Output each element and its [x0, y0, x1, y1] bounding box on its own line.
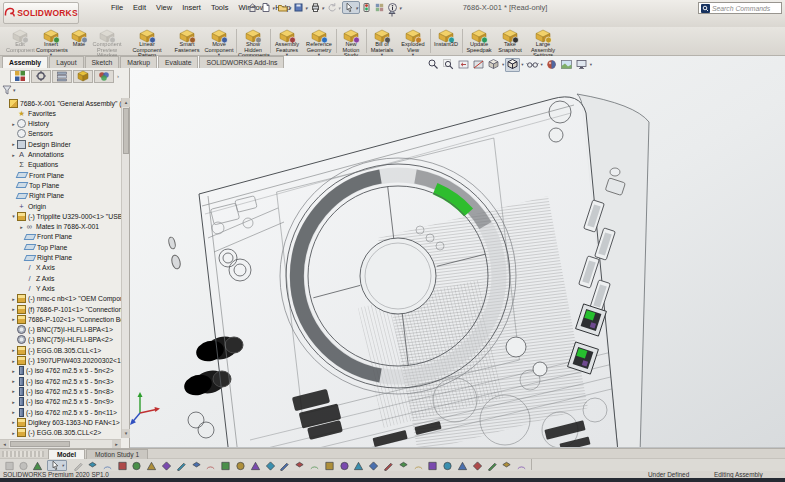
undo-button[interactable]: ▾ [325, 1, 342, 14]
tree-item-origin[interactable]: +Origin [10, 201, 46, 211]
search-commands-box[interactable]: Search Commands [698, 2, 782, 14]
panel-tabs-overflow-icon[interactable]: › [117, 73, 119, 79]
menu-tools[interactable]: Tools [206, 3, 234, 13]
offset-entities-button[interactable] [323, 460, 336, 471]
ribbon-button-take-snapshot[interactable]: TakeSnapshot [496, 28, 524, 55]
expand-arrow-icon[interactable]: ▸ [10, 121, 17, 127]
chamfer-button[interactable] [278, 460, 291, 471]
scroll-thumb[interactable] [123, 108, 129, 154]
ribbon-button-move-component[interactable]: MoveComponent▾ [204, 28, 234, 55]
panel-tab-configurationmanager[interactable] [52, 70, 72, 83]
smart-dimension-button[interactable] [101, 460, 114, 471]
graphics-viewport[interactable]: ▾▾▾▾ [130, 56, 785, 448]
ribbon-button-large-assembly-settings[interactable]: LargeAssemblySettings [526, 28, 560, 55]
zoom-to-fit-icon[interactable] [426, 58, 441, 72]
tree-item-sensors[interactable]: Sensors [10, 129, 53, 139]
scroll-thumb-h[interactable] [10, 441, 70, 447]
ribbon-button-mate[interactable]: Mate [68, 28, 90, 55]
fillet-button[interactable] [264, 460, 277, 471]
view-orientation-icon[interactable] [486, 58, 501, 72]
tree-vertical-scrollbar[interactable]: ▴ ▾ [121, 98, 129, 438]
dropdown-arrow-icon[interactable]: ▾ [541, 62, 543, 67]
expand-arrow-icon[interactable]: ▸ [10, 316, 17, 322]
tree-item-right-plane[interactable]: Right Plane [10, 191, 64, 201]
panel-tab-propertymanager[interactable] [31, 70, 51, 83]
open-button[interactable]: ▾ [276, 1, 293, 14]
quick-snaps-button[interactable] [500, 460, 513, 471]
ribbon-button-linear-component-pattern[interactable]: Linear ComponentPattern▾ [124, 28, 170, 55]
tab-sketch[interactable]: Sketch [85, 56, 120, 68]
print-button[interactable]: ▾ [309, 1, 326, 14]
zoom-to-area-icon[interactable] [441, 58, 456, 72]
filter-funnel-icon[interactable] [2, 81, 12, 99]
new-document-button[interactable]: ▾ [259, 1, 276, 14]
tree-item-bnc-75-i-hlfli-bpa-2[interactable]: (-) BNC(75)I-HLFLI-BPA<2> [10, 335, 113, 345]
ellipse-button[interactable] [219, 460, 232, 471]
tab-markup[interactable]: Markup [120, 56, 157, 68]
expand-arrow-icon[interactable]: ▸ [10, 358, 17, 364]
filter-wireframe-button[interactable] [17, 460, 30, 471]
tree-item-bnc-75-i-hlfli-bpa-1[interactable]: (-) BNC(75)I-HLFLI-BPA<1> [10, 325, 113, 335]
ribbon-button-assembly-features[interactable]: AssemblyFeatures▾ [272, 28, 302, 55]
tree-item-z-axis[interactable]: /Z Axis [18, 273, 55, 283]
rotate-entities-button[interactable] [426, 460, 439, 471]
fully-define-sketch-button[interactable] [471, 460, 484, 471]
filter-items-button[interactable] [31, 460, 44, 471]
tree-item-digikey-603-1363-nd-fan-1[interactable]: ▸Digikey 603-1363-ND FAN<1> [10, 417, 120, 427]
no-solve-move-button[interactable] [515, 460, 528, 471]
expand-arrow-icon[interactable]: ▸ [18, 224, 25, 230]
ribbon-button-new-motion-study[interactable]: NewMotionStudy [338, 28, 364, 55]
tree-item-history[interactable]: ▸History [10, 119, 49, 129]
model-tab-model[interactable]: Model [48, 449, 85, 459]
linear-sketch-pattern-button[interactable] [367, 460, 380, 471]
tree-item-iso-4762-m2-5-x-5-5n-8[interactable]: ▸(-) iso 4762 m2.5 x 5 - 5n<8> [10, 386, 114, 396]
section-view-icon[interactable] [471, 58, 486, 72]
display-relations-button[interactable] [441, 460, 454, 471]
edit-appearance-icon[interactable] [544, 58, 559, 72]
sketch-button[interactable] [86, 460, 99, 471]
mirror-entities-button[interactable] [352, 460, 365, 471]
point-button[interactable] [234, 460, 247, 471]
ribbon-button-insert-components[interactable]: InsertComponents▾ [36, 28, 66, 55]
tree-filter-row[interactable]: ▾ [2, 84, 120, 96]
spline-button[interactable] [204, 460, 217, 471]
tree-horizontal-scrollbar[interactable]: ◂ ▸ [0, 439, 121, 448]
tab-layout[interactable]: Layout [49, 56, 83, 68]
tree-item-equations[interactable]: ΣEquations [10, 160, 58, 170]
hide-show-items-icon[interactable] [525, 58, 540, 72]
scroll-down-icon[interactable]: ▾ [122, 429, 130, 438]
clipboard-button[interactable] [72, 460, 85, 471]
straight-slot-button[interactable] [190, 460, 203, 471]
display-style-icon[interactable] [505, 58, 520, 72]
ribbon-button-smart-fasteners[interactable]: SmartFasteners [172, 28, 202, 55]
tab-splitter-handle[interactable] [2, 451, 44, 457]
scroll-up-icon[interactable]: ▴ [122, 98, 130, 107]
expand-arrow-icon[interactable]: ▸ [10, 296, 17, 302]
expand-arrow-icon[interactable]: ▸ [10, 368, 17, 374]
tree-item-tripplite-u329-000-1-usb-3[interactable]: ▾(-) Tripplite U329-000<1> "USB 3 [10, 211, 121, 221]
ribbon-button-exploded-view[interactable]: ExplodedView▾ [398, 28, 428, 55]
tree-item-iso-4762-m2-5-x-5-5n-11[interactable]: ▸(-) iso 4762 m2.5 x 5 - 5n<11> [10, 407, 117, 417]
tree-item-egg-0b-305-cll-2[interactable]: ▸(-) EGG.0B.305.CLL<2> [10, 428, 101, 438]
home-button[interactable] [246, 1, 259, 14]
copy-entities-button[interactable] [412, 460, 425, 471]
line-button[interactable] [116, 460, 129, 471]
rectangle-button[interactable] [175, 460, 188, 471]
tree-item-x-axis[interactable]: /X Axis [18, 263, 55, 273]
tree-item-annotations[interactable]: ▸AAnnotations [10, 150, 64, 160]
expand-arrow-icon[interactable]: ▾ [10, 213, 17, 219]
ribbon-button-show-hidden-components[interactable]: ShowHiddenComponents [238, 28, 268, 55]
expand-arrow-icon[interactable]: ▸ [10, 419, 17, 425]
menu-insert[interactable]: Insert [177, 3, 206, 13]
repair-sketch-button[interactable] [486, 460, 499, 471]
text-button[interactable] [249, 460, 262, 471]
tree-item-iso-4762-m2-5-x-5-5n-3[interactable]: ▸(-) iso 4762 m2.5 x 5 - 5n<3> [10, 376, 114, 386]
add-relation-button[interactable] [456, 460, 469, 471]
circle-button[interactable] [130, 460, 143, 471]
move-entities-button[interactable] [397, 460, 410, 471]
tab-assembly[interactable]: Assembly [2, 56, 48, 68]
tree-item-7686-p-102-1-connection-box[interactable]: ▸7686-P-102<1> "Connection Box [10, 314, 121, 324]
dropdown-arrow-icon[interactable]: ▾ [590, 62, 592, 67]
ribbon-button-reference-geometry[interactable]: ReferenceGeometry▾ [304, 28, 334, 55]
dropdown-arrow-icon[interactable]: ▾ [502, 62, 504, 67]
